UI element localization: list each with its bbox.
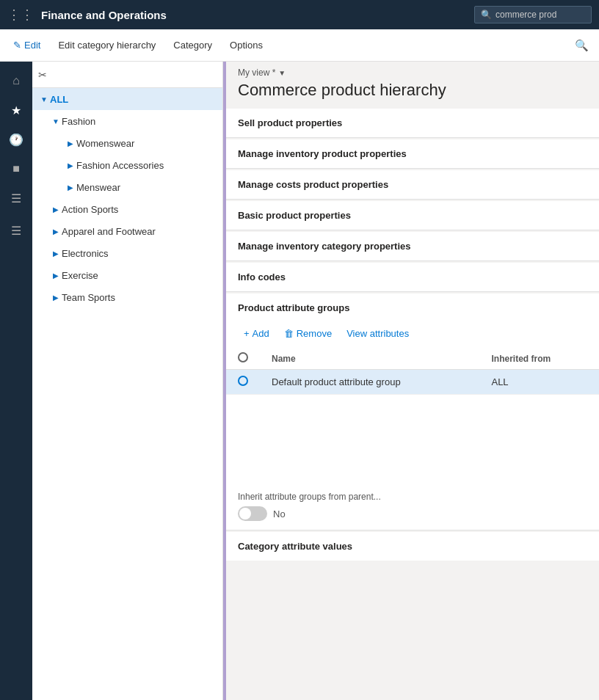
col-name-header: Name	[260, 348, 479, 370]
manage-costs-header[interactable]: Manage costs product properties	[226, 170, 599, 199]
manage-inventory-category-label: Manage inventory category properties	[238, 241, 411, 252]
manage-inventory-category-header[interactable]: Manage inventory category properties	[226, 232, 599, 260]
tree-label-fashion: Fashion	[62, 116, 95, 127]
myview-label[interactable]: My view *	[238, 68, 275, 78]
content-panel: My view * ▼ Commerce product hierarchy S…	[226, 62, 599, 700]
category-button[interactable]: Category	[166, 35, 219, 55]
tree-expand-apparel-footwear[interactable]: ▶	[50, 225, 62, 237]
col-inherited-header: Inherited from	[479, 348, 599, 370]
search-text: commerce prod	[495, 10, 556, 20]
tree-label-apparel-footwear: Apparel and Footwear	[62, 226, 156, 237]
info-codes-section: Info codes	[226, 263, 599, 292]
info-codes-header[interactable]: Info codes	[226, 263, 599, 291]
row-name-cell: Default product attribute group	[260, 370, 479, 395]
col-radio	[226, 348, 260, 370]
sell-product-header[interactable]: Sell product properties	[226, 109, 599, 137]
manage-costs-label: Manage costs product properties	[238, 179, 388, 190]
tree-item-electronics[interactable]: ▶ Electronics	[32, 242, 222, 264]
myview-chevron-icon[interactable]: ▼	[278, 69, 286, 77]
toggle-row: Inherit attribute groups from parent... …	[226, 483, 599, 530]
manage-inventory-category-section: Manage inventory category properties	[226, 232, 599, 261]
toggle-off-label: No	[273, 508, 286, 519]
remove-icon: 🗑	[284, 328, 294, 339]
tree-expand-menswear[interactable]: ▶	[65, 181, 76, 193]
info-codes-label: Info codes	[238, 271, 286, 282]
basic-product-section: Basic product properties	[226, 201, 599, 230]
grid-icon[interactable]: ⋮⋮	[7, 7, 34, 23]
tree-expand-team-sports[interactable]: ▶	[50, 291, 62, 303]
page-title: Commerce product hierarchy	[238, 81, 587, 100]
attr-actions: + Add 🗑 Remove View attributes	[226, 322, 599, 348]
tree-label-all: ALL	[50, 94, 68, 105]
tree-collapse-all[interactable]: ▼	[38, 93, 50, 105]
myview-row: My view * ▼	[238, 68, 587, 78]
sell-product-label: Sell product properties	[238, 117, 342, 128]
tree-label-fashion-accessories: Fashion Accessories	[76, 160, 164, 171]
edit-category-hierarchy-button[interactable]: Edit category hierarchy	[51, 35, 163, 55]
sell-product-section: Sell product properties	[226, 109, 599, 138]
manage-inventory-product-section: Manage inventory product properties	[226, 139, 599, 169]
header-radio	[238, 352, 248, 362]
tree-item-team-sports[interactable]: ▶ Team Sports	[32, 286, 222, 308]
manage-inventory-product-header[interactable]: Manage inventory product properties	[226, 139, 599, 168]
row-radio-cell	[226, 370, 260, 395]
manage-costs-section: Manage costs product properties	[226, 170, 599, 200]
category-attr-header[interactable]: Category attribute values	[226, 532, 599, 561]
main-layout: ⌂ ★ 🕐 ■ ☰ ☰ ✂ ▼ ALL ▼ Fashion ▶ Womenswe…	[0, 62, 599, 700]
tree-toolbar: ✂	[32, 62, 222, 88]
tree-item-apparel-footwear[interactable]: ▶ Apparel and Footwear	[32, 220, 222, 242]
edit-icon: ✎	[13, 40, 21, 51]
content-header: My view * ▼ Commerce product hierarchy	[226, 62, 599, 109]
tree-expand-action-sports[interactable]: ▶	[50, 203, 62, 215]
view-attributes-button[interactable]: View attributes	[341, 325, 415, 342]
tree-item-menswear[interactable]: ▶ Menswear	[32, 176, 222, 198]
manage-inventory-product-label: Manage inventory product properties	[238, 148, 407, 159]
tree-item-all[interactable]: ▼ ALL	[32, 88, 222, 110]
row-radio	[238, 376, 248, 386]
hamburger-icon[interactable]: ☰	[3, 217, 29, 244]
sidebar-icons: ⌂ ★ 🕐 ■ ☰ ☰	[0, 62, 32, 700]
modules-icon[interactable]: ■	[3, 156, 29, 182]
options-button[interactable]: Options	[222, 35, 270, 55]
cmdbar-search-icon[interactable]: 🔍	[570, 34, 593, 56]
row-inherited-cell: ALL	[479, 370, 599, 395]
tree-item-exercise[interactable]: ▶ Exercise	[32, 264, 222, 286]
tree-label-team-sports: Team Sports	[62, 292, 115, 303]
toggle-switch[interactable]	[238, 506, 267, 521]
tree-expand-exercise[interactable]: ▶	[50, 269, 62, 281]
product-attr-groups-section: Product attribute groups + Add 🗑 Remove …	[226, 294, 599, 531]
tree-label-womenswear: Womenswear	[76, 138, 134, 149]
toggle-label: Inherit attribute groups from parent...	[238, 492, 587, 502]
tree-panel: ✂ ▼ ALL ▼ Fashion ▶ Womenswear ▶ Fashion…	[32, 62, 223, 700]
tree-label-menswear: Menswear	[76, 182, 120, 193]
tree-label-exercise: Exercise	[62, 270, 98, 281]
tree-expand-electronics[interactable]: ▶	[50, 247, 62, 259]
category-attr-section: Category attribute values	[226, 532, 599, 561]
search-icon: 🔍	[481, 10, 492, 20]
tree-item-fashion-accessories[interactable]: ▶ Fashion Accessories	[32, 154, 222, 176]
product-attr-groups-header: Product attribute groups	[226, 294, 599, 322]
remove-button[interactable]: 🗑 Remove	[278, 325, 338, 342]
global-search[interactable]: 🔍 commerce prod	[474, 6, 592, 23]
tree-label-action-sports: Action Sports	[62, 204, 118, 215]
table-row[interactable]: Default product attribute group ALL	[226, 370, 599, 395]
edit-button[interactable]: ✎ Edit	[6, 35, 48, 55]
filter-icon[interactable]: ✂	[38, 69, 47, 81]
tree-expand-fashion-accessories[interactable]: ▶	[65, 159, 76, 171]
tree-item-action-sports[interactable]: ▶ Action Sports	[32, 198, 222, 220]
command-bar: ✎ Edit Edit category hierarchy Category …	[0, 29, 599, 62]
list-icon[interactable]: ☰	[3, 185, 29, 211]
tree-expand-womenswear[interactable]: ▶	[65, 137, 76, 149]
tree-item-womenswear[interactable]: ▶ Womenswear	[32, 132, 222, 154]
basic-product-label: Basic product properties	[238, 210, 351, 221]
add-button[interactable]: + Add	[238, 325, 275, 342]
tree-item-fashion[interactable]: ▼ Fashion	[32, 110, 222, 132]
recent-icon[interactable]: 🕐	[3, 126, 29, 153]
topbar: ⋮⋮ Finance and Operations 🔍 commerce pro…	[0, 0, 599, 29]
attr-table: Name Inherited from Default product attr…	[226, 348, 599, 395]
favorites-icon[interactable]: ★	[3, 97, 29, 123]
basic-product-header[interactable]: Basic product properties	[226, 201, 599, 230]
app-title: Finance and Operations	[41, 9, 467, 21]
home-icon[interactable]: ⌂	[3, 68, 29, 94]
tree-collapse-fashion[interactable]: ▼	[50, 115, 62, 127]
